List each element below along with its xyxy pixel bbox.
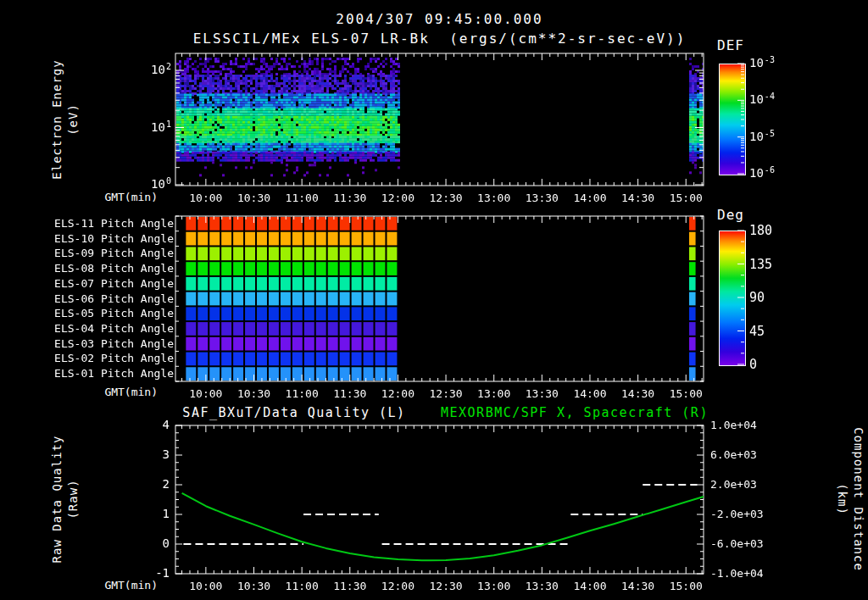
energy-tick-label: 101 (129, 120, 171, 134)
def-bar-label: 10-3 (749, 56, 792, 69)
def-bar-label: 10-5 (749, 130, 792, 143)
quality-tick-label: 4 (136, 418, 170, 431)
pitch-row-label: ELS-04 Pitch Angle (48, 322, 174, 335)
tick-labels-layer: 10:0010:3011:0011:3012:0012:3013:0013:30… (0, 0, 868, 600)
time-tick-label-panel3: 12:30 (429, 580, 462, 592)
time-tick-label-panel1: 13:00 (477, 192, 510, 204)
pitch-row-label: ELS-01 Pitch Angle (48, 367, 174, 380)
pitch-row-label: ELS-03 Pitch Angle (48, 337, 174, 350)
time-tick-label-panel3: 14:00 (573, 580, 606, 592)
quality-tick-label: 2 (136, 477, 170, 491)
time-tick-label-panel1: 13:30 (526, 192, 559, 204)
time-tick-label-panel1: 15:00 (670, 192, 703, 204)
time-tick-label-panel2: 11:30 (333, 387, 366, 400)
time-tick-label-panel1: 10:30 (237, 192, 270, 204)
exp-label-base: 10 (749, 56, 764, 69)
pitch-row-label: ELS-06 Pitch Angle (48, 292, 174, 305)
pitch-row-label: ELS-11 Pitch Angle (48, 217, 174, 230)
time-tick-label-panel2: 15:00 (670, 387, 703, 400)
exp-label-base: 10 (151, 120, 165, 134)
pitch-row-label: ELS-08 Pitch Angle (48, 262, 174, 275)
time-tick-label-panel3: 13:00 (477, 580, 510, 592)
exp-label-exponent: 2 (166, 62, 171, 71)
exp-label-base: 10 (749, 166, 764, 180)
quality-tick-label: 3 (136, 447, 170, 461)
time-tick-label-panel3: 11:30 (333, 580, 366, 592)
time-tick-label-panel2: 14:30 (621, 387, 654, 400)
time-tick-label-panel2: 14:00 (573, 387, 606, 400)
distance-tick-label: 6.0e+03 (710, 448, 757, 461)
distance-tick-label: -1.0e+04 (710, 567, 764, 580)
time-tick-label-panel2: 13:30 (526, 387, 559, 400)
distance-tick-label: -6.0e+03 (710, 537, 764, 550)
time-tick-label-panel2: 13:00 (477, 387, 510, 400)
def-bar-label: 10-4 (749, 92, 792, 106)
quality-tick-label: -1 (136, 566, 170, 580)
time-tick-label-panel1: 12:00 (381, 192, 415, 204)
plot-page: 2004/307 09:45:00.000 ELSSCIL/MEx ELS-07… (0, 0, 868, 600)
time-tick-label-panel3: 12:00 (381, 580, 415, 592)
def-bar-label: 10-6 (749, 166, 792, 180)
deg-bar-label: 0 (749, 357, 757, 372)
time-tick-label-panel3: 10:30 (237, 580, 270, 592)
time-tick-label-panel1: 11:00 (286, 192, 319, 204)
pitch-row-label: ELS-05 Pitch Angle (48, 307, 174, 319)
exp-label-base: 10 (749, 92, 764, 106)
time-tick-label-panel1: 14:30 (621, 192, 654, 204)
exp-label-base: 10 (151, 177, 165, 191)
time-tick-label-panel3: 11:00 (286, 580, 319, 592)
pitch-row-label: ELS-02 Pitch Angle (48, 352, 174, 364)
pitch-row-label: ELS-10 Pitch Angle (48, 232, 174, 245)
time-tick-label-panel3: 10:00 (189, 580, 222, 592)
time-tick-label-panel1: 11:30 (333, 192, 366, 204)
quality-tick-label: 0 (136, 536, 170, 550)
exp-label-exponent: -6 (765, 165, 775, 175)
time-tick-label-panel2: 10:00 (189, 387, 222, 400)
deg-bar-label: 90 (749, 290, 765, 305)
time-tick-label-panel3: 14:30 (621, 580, 654, 592)
energy-tick-label: 100 (129, 177, 171, 191)
exp-label-exponent: -4 (765, 92, 775, 101)
distance-tick-label: 2.0e+03 (710, 478, 757, 491)
exp-label-exponent: 1 (166, 119, 171, 129)
pitch-row-label: ELS-07 Pitch Angle (48, 277, 174, 290)
time-tick-label-panel2: 12:00 (381, 387, 415, 400)
distance-tick-label: 1.0e+04 (710, 419, 757, 431)
distance-tick-label: -2.0e+03 (710, 508, 764, 520)
time-tick-label-panel2: 11:00 (286, 387, 319, 400)
time-tick-label-panel3: 13:30 (526, 580, 559, 592)
exp-label-base: 10 (151, 63, 165, 76)
deg-bar-label: 135 (749, 257, 772, 272)
time-tick-label-panel1: 12:30 (429, 192, 462, 204)
deg-bar-label: 45 (749, 324, 765, 339)
time-tick-label-panel2: 12:30 (429, 387, 462, 400)
time-tick-label-panel1: 14:00 (573, 192, 606, 204)
exp-label-exponent: 0 (166, 176, 171, 186)
exp-label-exponent: -3 (765, 55, 775, 64)
exp-label-base: 10 (749, 130, 764, 143)
quality-tick-label: 1 (136, 507, 170, 520)
exp-label-exponent: -5 (765, 129, 775, 138)
deg-bar-label: 180 (749, 223, 772, 238)
energy-tick-label: 102 (129, 63, 171, 76)
time-tick-label-panel2: 10:30 (237, 387, 270, 400)
pitch-row-label: ELS-09 Pitch Angle (48, 247, 174, 259)
time-tick-label-panel1: 10:00 (189, 192, 222, 204)
time-tick-label-panel3: 15:00 (670, 580, 703, 592)
